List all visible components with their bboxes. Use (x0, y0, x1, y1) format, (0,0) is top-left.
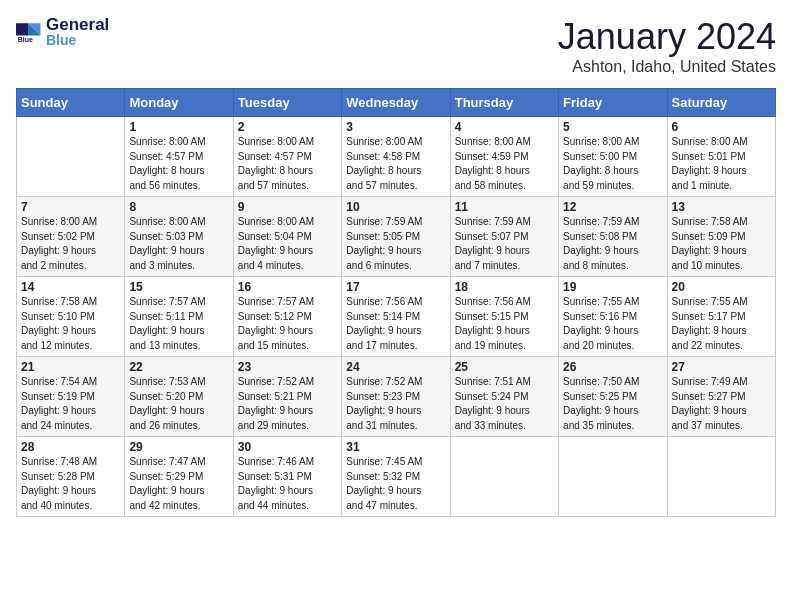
day-detail: Sunrise: 7:55 AMSunset: 5:17 PMDaylight:… (672, 295, 771, 353)
calendar-cell (559, 437, 667, 517)
day-detail: Sunrise: 7:54 AMSunset: 5:19 PMDaylight:… (21, 375, 120, 433)
day-number: 16 (238, 280, 337, 294)
calendar-cell (667, 437, 775, 517)
month-title: January 2024 (558, 16, 776, 58)
calendar-week-row: 14Sunrise: 7:58 AMSunset: 5:10 PMDayligh… (17, 277, 776, 357)
day-detail: Sunrise: 7:48 AMSunset: 5:28 PMDaylight:… (21, 455, 120, 513)
day-detail: Sunrise: 7:46 AMSunset: 5:31 PMDaylight:… (238, 455, 337, 513)
col-saturday: Saturday (667, 89, 775, 117)
svg-text:Blue: Blue (18, 36, 33, 43)
header: Blue General Blue January 2024 Ashton, I… (16, 16, 776, 76)
day-number: 20 (672, 280, 771, 294)
day-number: 3 (346, 120, 445, 134)
day-number: 5 (563, 120, 662, 134)
calendar-cell: 31Sunrise: 7:45 AMSunset: 5:32 PMDayligh… (342, 437, 450, 517)
day-detail: Sunrise: 7:59 AMSunset: 5:08 PMDaylight:… (563, 215, 662, 273)
calendar-cell: 23Sunrise: 7:52 AMSunset: 5:21 PMDayligh… (233, 357, 341, 437)
day-detail: Sunrise: 7:52 AMSunset: 5:21 PMDaylight:… (238, 375, 337, 433)
day-number: 25 (455, 360, 554, 374)
day-detail: Sunrise: 8:00 AMSunset: 4:57 PMDaylight:… (129, 135, 228, 193)
calendar-week-row: 1Sunrise: 8:00 AMSunset: 4:57 PMDaylight… (17, 117, 776, 197)
day-detail: Sunrise: 7:47 AMSunset: 5:29 PMDaylight:… (129, 455, 228, 513)
day-detail: Sunrise: 8:00 AMSunset: 4:58 PMDaylight:… (346, 135, 445, 193)
day-detail: Sunrise: 7:56 AMSunset: 5:15 PMDaylight:… (455, 295, 554, 353)
day-detail: Sunrise: 7:57 AMSunset: 5:11 PMDaylight:… (129, 295, 228, 353)
col-sunday: Sunday (17, 89, 125, 117)
day-number: 24 (346, 360, 445, 374)
calendar-cell: 30Sunrise: 7:46 AMSunset: 5:31 PMDayligh… (233, 437, 341, 517)
calendar-cell (450, 437, 558, 517)
day-number: 11 (455, 200, 554, 214)
calendar-week-row: 28Sunrise: 7:48 AMSunset: 5:28 PMDayligh… (17, 437, 776, 517)
day-number: 8 (129, 200, 228, 214)
day-number: 28 (21, 440, 120, 454)
calendar-cell: 1Sunrise: 8:00 AMSunset: 4:57 PMDaylight… (125, 117, 233, 197)
day-number: 7 (21, 200, 120, 214)
day-number: 6 (672, 120, 771, 134)
day-detail: Sunrise: 8:00 AMSunset: 5:01 PMDaylight:… (672, 135, 771, 193)
day-number: 9 (238, 200, 337, 214)
day-number: 18 (455, 280, 554, 294)
day-detail: Sunrise: 8:00 AMSunset: 5:00 PMDaylight:… (563, 135, 662, 193)
calendar-cell (17, 117, 125, 197)
day-detail: Sunrise: 8:00 AMSunset: 5:03 PMDaylight:… (129, 215, 228, 273)
calendar-cell: 7Sunrise: 8:00 AMSunset: 5:02 PMDaylight… (17, 197, 125, 277)
title-block: January 2024 Ashton, Idaho, United State… (558, 16, 776, 76)
day-detail: Sunrise: 7:58 AMSunset: 5:10 PMDaylight:… (21, 295, 120, 353)
calendar-cell: 10Sunrise: 7:59 AMSunset: 5:05 PMDayligh… (342, 197, 450, 277)
day-number: 29 (129, 440, 228, 454)
day-number: 22 (129, 360, 228, 374)
day-number: 17 (346, 280, 445, 294)
calendar-cell: 15Sunrise: 7:57 AMSunset: 5:11 PMDayligh… (125, 277, 233, 357)
col-wednesday: Wednesday (342, 89, 450, 117)
day-detail: Sunrise: 7:45 AMSunset: 5:32 PMDaylight:… (346, 455, 445, 513)
day-number: 23 (238, 360, 337, 374)
day-detail: Sunrise: 8:00 AMSunset: 4:57 PMDaylight:… (238, 135, 337, 193)
calendar-container: Blue General Blue January 2024 Ashton, I… (0, 0, 792, 527)
day-number: 27 (672, 360, 771, 374)
day-number: 1 (129, 120, 228, 134)
day-number: 21 (21, 360, 120, 374)
day-number: 2 (238, 120, 337, 134)
calendar-cell: 12Sunrise: 7:59 AMSunset: 5:08 PMDayligh… (559, 197, 667, 277)
day-number: 30 (238, 440, 337, 454)
calendar-cell: 28Sunrise: 7:48 AMSunset: 5:28 PMDayligh… (17, 437, 125, 517)
location: Ashton, Idaho, United States (558, 58, 776, 76)
day-number: 19 (563, 280, 662, 294)
day-detail: Sunrise: 7:59 AMSunset: 5:07 PMDaylight:… (455, 215, 554, 273)
calendar-cell: 18Sunrise: 7:56 AMSunset: 5:15 PMDayligh… (450, 277, 558, 357)
calendar-cell: 16Sunrise: 7:57 AMSunset: 5:12 PMDayligh… (233, 277, 341, 357)
day-number: 4 (455, 120, 554, 134)
calendar-cell: 3Sunrise: 8:00 AMSunset: 4:58 PMDaylight… (342, 117, 450, 197)
day-number: 10 (346, 200, 445, 214)
calendar-cell: 6Sunrise: 8:00 AMSunset: 5:01 PMDaylight… (667, 117, 775, 197)
calendar-cell: 22Sunrise: 7:53 AMSunset: 5:20 PMDayligh… (125, 357, 233, 437)
svg-rect-3 (16, 23, 28, 35)
day-number: 26 (563, 360, 662, 374)
logo: Blue General Blue (16, 16, 109, 48)
calendar-week-row: 21Sunrise: 7:54 AMSunset: 5:19 PMDayligh… (17, 357, 776, 437)
day-detail: Sunrise: 7:56 AMSunset: 5:14 PMDaylight:… (346, 295, 445, 353)
day-detail: Sunrise: 7:49 AMSunset: 5:27 PMDaylight:… (672, 375, 771, 433)
col-tuesday: Tuesday (233, 89, 341, 117)
day-detail: Sunrise: 7:59 AMSunset: 5:05 PMDaylight:… (346, 215, 445, 273)
calendar-cell: 19Sunrise: 7:55 AMSunset: 5:16 PMDayligh… (559, 277, 667, 357)
calendar-cell: 25Sunrise: 7:51 AMSunset: 5:24 PMDayligh… (450, 357, 558, 437)
calendar-table: Sunday Monday Tuesday Wednesday Thursday… (16, 88, 776, 517)
calendar-cell: 29Sunrise: 7:47 AMSunset: 5:29 PMDayligh… (125, 437, 233, 517)
calendar-header-row: Sunday Monday Tuesday Wednesday Thursday… (17, 89, 776, 117)
day-number: 14 (21, 280, 120, 294)
calendar-cell: 26Sunrise: 7:50 AMSunset: 5:25 PMDayligh… (559, 357, 667, 437)
logo-blue-text: Blue (46, 33, 109, 48)
day-number: 31 (346, 440, 445, 454)
calendar-cell: 20Sunrise: 7:55 AMSunset: 5:17 PMDayligh… (667, 277, 775, 357)
day-detail: Sunrise: 7:55 AMSunset: 5:16 PMDaylight:… (563, 295, 662, 353)
day-number: 15 (129, 280, 228, 294)
calendar-cell: 11Sunrise: 7:59 AMSunset: 5:07 PMDayligh… (450, 197, 558, 277)
logo-icon: Blue (16, 18, 44, 46)
day-detail: Sunrise: 7:51 AMSunset: 5:24 PMDaylight:… (455, 375, 554, 433)
calendar-cell: 17Sunrise: 7:56 AMSunset: 5:14 PMDayligh… (342, 277, 450, 357)
day-detail: Sunrise: 7:53 AMSunset: 5:20 PMDaylight:… (129, 375, 228, 433)
day-detail: Sunrise: 8:00 AMSunset: 4:59 PMDaylight:… (455, 135, 554, 193)
calendar-cell: 8Sunrise: 8:00 AMSunset: 5:03 PMDaylight… (125, 197, 233, 277)
